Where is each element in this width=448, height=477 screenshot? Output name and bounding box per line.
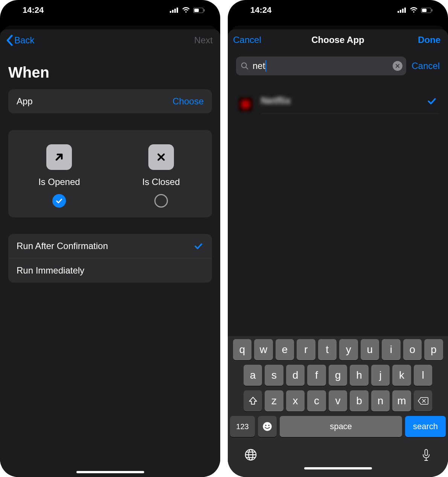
next-button[interactable]: Next [194, 35, 213, 46]
svg-line-15 [246, 67, 248, 69]
key-z[interactable]: z [265, 390, 283, 411]
svg-rect-13 [432, 9, 433, 11]
home-indicator[interactable] [76, 471, 144, 473]
option-is-opened[interactable]: Is Opened [8, 144, 110, 208]
choose-action: Choose [172, 96, 204, 107]
key-m[interactable]: m [392, 390, 411, 411]
cellular-icon [398, 8, 407, 13]
cancel-button[interactable]: Cancel [233, 35, 261, 45]
navbar: Back Next [0, 29, 220, 50]
keyboard-row-4: 123 space search [230, 416, 446, 437]
key-search[interactable]: search [405, 416, 446, 437]
results-list: Netflix [228, 95, 448, 120]
clear-search-button[interactable] [393, 61, 402, 71]
opened-icon-tile [46, 144, 72, 170]
key-emoji[interactable] [258, 416, 277, 437]
key-backspace[interactable] [414, 390, 433, 411]
navbar: Cancel Choose App Done [228, 29, 448, 49]
key-shift[interactable] [244, 390, 262, 411]
option-is-closed[interactable]: Is Closed [110, 144, 212, 208]
phone-screen-choose-app: 14:24 Cancel Choose App Done net Cancel [228, 0, 448, 477]
key-h[interactable]: h [350, 365, 369, 386]
run-after-confirmation-row[interactable]: Run After Confirmation [8, 234, 212, 258]
app-label: App [17, 96, 33, 107]
app-name: Netflix [261, 95, 426, 107]
keyboard-row-3: z x c v b n m [230, 390, 446, 411]
key-k[interactable]: k [392, 365, 411, 386]
key-g[interactable]: g [329, 365, 347, 386]
search-input[interactable]: net [253, 60, 389, 72]
status-bar: 14:24 [228, 0, 448, 20]
run-immediate-label: Run Immediately [17, 265, 84, 276]
key-x[interactable]: x [286, 390, 305, 411]
run-confirm-label: Run After Confirmation [17, 241, 108, 251]
key-t[interactable]: t [318, 339, 337, 360]
svg-rect-9 [402, 9, 404, 13]
globe-icon[interactable] [244, 448, 257, 461]
key-e[interactable]: e [276, 339, 294, 360]
check-icon [426, 95, 437, 107]
x-icon [155, 151, 167, 163]
svg-rect-1 [172, 10, 174, 13]
x-small-icon [395, 64, 400, 68]
key-u[interactable]: u [361, 339, 379, 360]
keyboard-row-1: q w e r t y u i o p [230, 339, 446, 360]
cellular-icon [170, 8, 179, 13]
phone-screen-automation-config: 14:24 Back Next When App Choose [0, 0, 220, 477]
back-button[interactable]: Back [5, 35, 34, 46]
arrow-up-right-icon [53, 151, 66, 164]
closed-icon-tile [148, 144, 174, 170]
app-icon [238, 97, 253, 112]
key-y[interactable]: y [339, 339, 358, 360]
search-bar: net Cancel [228, 57, 448, 75]
key-q[interactable]: q [233, 339, 252, 360]
closed-label: Is Closed [142, 177, 180, 187]
key-w[interactable]: w [254, 339, 273, 360]
key-a[interactable]: a [244, 365, 262, 386]
opened-radio-checked [52, 194, 66, 208]
svg-rect-2 [174, 9, 176, 13]
section-title: When [8, 54, 212, 89]
key-v[interactable]: v [329, 390, 347, 411]
battery-icon [193, 8, 205, 13]
key-numeric[interactable]: 123 [230, 416, 255, 437]
backspace-icon [418, 397, 429, 405]
key-j[interactable]: j [371, 365, 390, 386]
run-options-card: Run After Confirmation Run Immediately [8, 234, 212, 283]
svg-rect-6 [204, 9, 205, 11]
check-icon [193, 241, 204, 251]
home-indicator[interactable] [304, 467, 372, 469]
svg-rect-5 [194, 9, 199, 12]
run-immediately-row[interactable]: Run Immediately [8, 258, 212, 283]
key-n[interactable]: n [371, 390, 390, 411]
key-i[interactable]: i [382, 339, 401, 360]
svg-rect-3 [177, 8, 178, 13]
search-value: net [253, 61, 265, 71]
key-p[interactable]: p [424, 339, 443, 360]
result-row[interactable]: Netflix [228, 95, 448, 120]
mic-icon[interactable] [421, 448, 431, 462]
key-c[interactable]: c [307, 390, 326, 411]
search-cancel-button[interactable]: Cancel [411, 61, 440, 71]
status-time: 14:24 [250, 5, 271, 15]
done-button[interactable]: Done [418, 35, 440, 45]
wifi-icon [410, 7, 418, 13]
key-r[interactable]: r [297, 339, 315, 360]
key-b[interactable]: b [350, 390, 369, 411]
key-d[interactable]: d [286, 365, 305, 386]
search-field[interactable]: net [236, 57, 406, 75]
key-f[interactable]: f [307, 365, 326, 386]
svg-point-18 [268, 425, 270, 426]
key-o[interactable]: o [403, 339, 422, 360]
key-space[interactable]: space [280, 416, 402, 437]
key-l[interactable]: l [414, 365, 433, 386]
svg-point-16 [263, 422, 271, 431]
status-bar: 14:24 [0, 0, 220, 20]
content-area: When App Choose Is Opened [0, 50, 220, 469]
key-s[interactable]: s [265, 365, 283, 386]
back-label: Back [14, 35, 34, 46]
svg-rect-12 [422, 9, 427, 12]
keyboard-bottom-row [230, 442, 446, 465]
svg-rect-10 [404, 8, 406, 13]
app-row[interactable]: App Choose [8, 89, 212, 113]
